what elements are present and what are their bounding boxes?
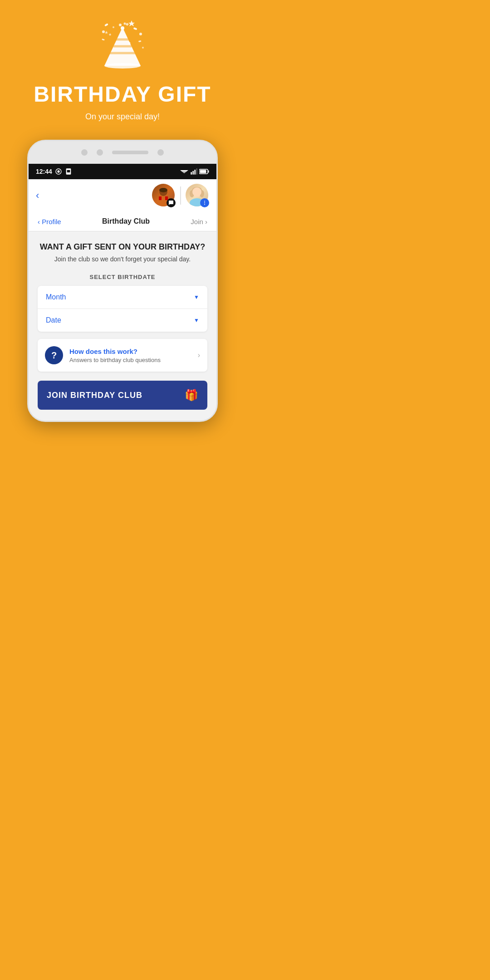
svg-point-47 [204,202,205,203]
svg-point-20 [124,23,126,25]
phone-camera-center [97,149,103,156]
wifi-status-icon [180,169,188,174]
svg-rect-33 [200,170,206,173]
svg-rect-36 [159,196,162,200]
status-bar: 12:44 [29,164,216,179]
info-chevron-icon: › [198,351,200,359]
join-birthday-club-button[interactable]: JOIN BIRTHDAY CLUB 🎁 [38,381,207,410]
svg-marker-6 [128,20,135,26]
svg-rect-30 [196,168,197,174]
question-icon: ? [45,346,63,364]
nav-avatars [152,184,209,207]
back-button[interactable]: ‹ [36,190,39,201]
avatar-male-container[interactable] [152,184,176,207]
svg-point-48 [204,204,205,205]
date-dropdown-arrow: ▼ [194,317,199,323]
select-birthdate-label: SELECT BIRTHDATE [38,274,207,280]
svg-marker-7 [105,31,108,34]
tab-join[interactable]: Join › [191,218,207,225]
svg-point-45 [192,187,201,196]
battery-status-icon [199,169,209,174]
svg-point-46 [204,201,205,202]
phone-camera-right [157,149,164,156]
top-section: BIRTHDAY GIFT On your special day! 12:44 [0,0,245,436]
avatar-female-container[interactable] [186,184,209,207]
svg-rect-5 [109,34,111,36]
phone-camera-left [81,149,88,156]
tab-birthday-club[interactable]: Birthday Club [102,217,150,225]
status-left: 12:44 [36,168,72,175]
date-dropdown-label: Date [46,316,61,324]
page-subtitle: On your special day! [85,112,160,122]
svg-rect-27 [191,172,192,174]
avatar-divider [180,186,181,205]
svg-rect-0 [104,23,108,26]
svg-rect-3 [102,39,105,40]
status-right [180,168,209,175]
svg-point-18 [121,26,124,30]
month-dropdown-label: Month [46,293,66,301]
svg-point-12 [142,47,144,49]
svg-rect-28 [192,171,194,175]
party-hat-icon [95,18,150,73]
month-dropdown[interactable]: Month ▼ [38,286,207,309]
birthdate-dropdowns: Month ▼ Date ▼ [38,286,207,332]
phone-speaker [112,151,148,154]
svg-rect-24 [67,170,70,172]
content-area: WANT A GIFT SENT ON YOUR BIRTHDAY? Join … [29,231,216,421]
month-dropdown-arrow: ▼ [194,294,199,300]
svg-point-21 [57,170,59,172]
location-icon [55,168,62,175]
phone-mockup: 12:44 [27,140,218,422]
sim-icon [65,168,72,175]
date-dropdown[interactable]: Date ▼ [38,309,207,332]
want-gift-body: Join the club so we don't forget your sp… [38,255,207,263]
menu-badge [200,198,209,207]
svg-point-11 [113,26,114,28]
svg-rect-4 [126,23,129,26]
page-title: BIRTHDAY GIFT [34,82,211,107]
nav-bar: ‹ [29,179,216,212]
svg-point-8 [102,30,105,33]
chat-badge [167,198,176,207]
signal-status-icon [190,168,197,175]
svg-point-9 [139,33,142,35]
info-subtitle: Answers to birthday club questions [69,357,191,363]
status-time: 12:44 [36,168,52,175]
phone-hardware-bar [29,141,216,164]
info-title: How does this work? [69,348,191,355]
gift-icon: 🎁 [185,389,198,402]
svg-rect-32 [208,171,209,173]
how-it-works-card[interactable]: ? How does this work? Answers to birthda… [38,339,207,372]
svg-point-17 [104,63,141,69]
svg-rect-2 [138,40,141,42]
svg-rect-1 [133,27,137,30]
svg-point-39 [159,188,167,192]
svg-marker-26 [181,172,187,174]
svg-rect-29 [194,170,196,175]
want-gift-heading: WANT A GIFT SENT ON YOUR BIRTHDAY? [38,242,207,252]
join-button-label: JOIN BIRTHDAY CLUB [47,391,142,400]
info-text: How does this work? Answers to birthday … [69,348,191,363]
tab-profile[interactable]: ‹ Profile [38,218,61,225]
tab-bar: ‹ Profile Birthday Club Join › [29,212,216,231]
svg-point-19 [119,24,122,26]
